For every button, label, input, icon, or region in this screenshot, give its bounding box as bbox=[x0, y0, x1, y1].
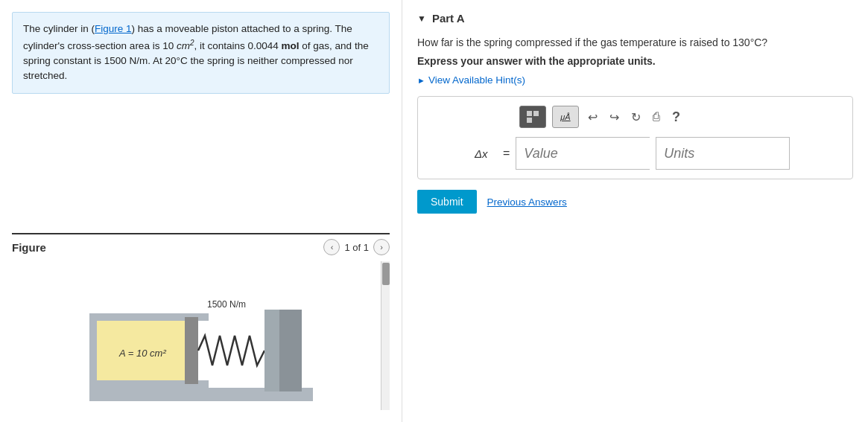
svg-rect-7 bbox=[279, 310, 302, 391]
mu-label: μÅ bbox=[560, 112, 570, 121]
figure-page-indicator: 1 of 1 bbox=[344, 242, 369, 253]
refresh-button[interactable]: ↻ bbox=[628, 109, 644, 126]
previous-answers-link[interactable]: Previous Answers bbox=[487, 196, 567, 208]
collapse-arrow-icon[interactable]: ▼ bbox=[417, 13, 426, 24]
scroll-thumb bbox=[382, 263, 390, 285]
svg-text:A = 10 cm²: A = 10 cm² bbox=[118, 348, 166, 359]
hint-arrow-icon: ► bbox=[417, 76, 425, 85]
toolbar: μÅ ↩ ↪ ↻ ⎙ ? bbox=[430, 106, 840, 128]
prev-figure-button[interactable]: ‹ bbox=[323, 239, 340, 255]
keyboard-icon: ⎙ bbox=[653, 110, 660, 123]
svg-rect-11 bbox=[533, 111, 539, 116]
svg-text:1500 N/m: 1500 N/m bbox=[207, 299, 246, 310]
right-panel: ▼ Part A How far is the spring compresse… bbox=[402, 0, 868, 422]
hint-link-text: View Available Hint(s) bbox=[428, 74, 525, 86]
svg-rect-1 bbox=[89, 313, 97, 388]
figure-diagram: A = 10 cm² 1500 N/m bbox=[45, 269, 358, 418]
svg-rect-5 bbox=[185, 317, 198, 384]
redo-icon: ↪ bbox=[609, 111, 619, 124]
next-figure-button[interactable]: › bbox=[373, 239, 390, 255]
answer-box: μÅ ↩ ↪ ↻ ⎙ ? Δx = bbox=[417, 96, 853, 179]
svg-rect-6 bbox=[264, 310, 281, 391]
scroll-bar[interactable] bbox=[381, 261, 390, 410]
value-input[interactable] bbox=[516, 137, 650, 170]
mu-button[interactable]: μÅ bbox=[552, 106, 579, 128]
figure-image: A = 10 cm² 1500 N/m bbox=[12, 261, 390, 410]
units-input[interactable] bbox=[656, 137, 790, 170]
part-title: Part A bbox=[432, 12, 465, 25]
help-button[interactable]: ? bbox=[669, 108, 683, 127]
figure-label: Figure bbox=[12, 241, 317, 254]
part-header: ▼ Part A bbox=[417, 12, 853, 25]
help-icon: ? bbox=[672, 109, 680, 124]
matrix-icon bbox=[525, 109, 540, 124]
undo-icon: ↩ bbox=[588, 111, 598, 124]
figure-nav: ‹ 1 of 1 › bbox=[323, 239, 390, 255]
figure-section: Figure ‹ 1 of 1 › bbox=[12, 218, 390, 410]
left-panel: The cylinder in (Figure 1) has a moveabl… bbox=[0, 0, 402, 422]
equals-sign: = bbox=[503, 147, 510, 160]
matrix-button[interactable] bbox=[519, 106, 546, 128]
figure-link[interactable]: Figure 1 bbox=[95, 23, 132, 34]
redo-button[interactable]: ↪ bbox=[606, 109, 622, 126]
undo-button[interactable]: ↩ bbox=[585, 109, 601, 126]
figure-header: Figure ‹ 1 of 1 › bbox=[12, 233, 390, 255]
question-text: How far is the spring compressed if the … bbox=[417, 35, 853, 51]
submit-button[interactable]: Submit bbox=[417, 190, 477, 214]
problem-description: The cylinder in (Figure 1) has a moveabl… bbox=[12, 12, 390, 94]
actions-row: Submit Previous Answers bbox=[417, 190, 853, 214]
hint-link[interactable]: ► View Available Hint(s) bbox=[417, 74, 853, 86]
input-row: Δx = bbox=[430, 137, 840, 170]
svg-rect-12 bbox=[527, 118, 532, 123]
keyboard-button[interactable]: ⎙ bbox=[650, 109, 663, 125]
refresh-icon: ↻ bbox=[631, 111, 641, 124]
svg-rect-10 bbox=[527, 111, 532, 116]
svg-rect-13 bbox=[533, 118, 539, 123]
delta-x-label: Δx bbox=[475, 147, 497, 160]
express-text: Express your answer with the appropriate… bbox=[417, 55, 853, 67]
